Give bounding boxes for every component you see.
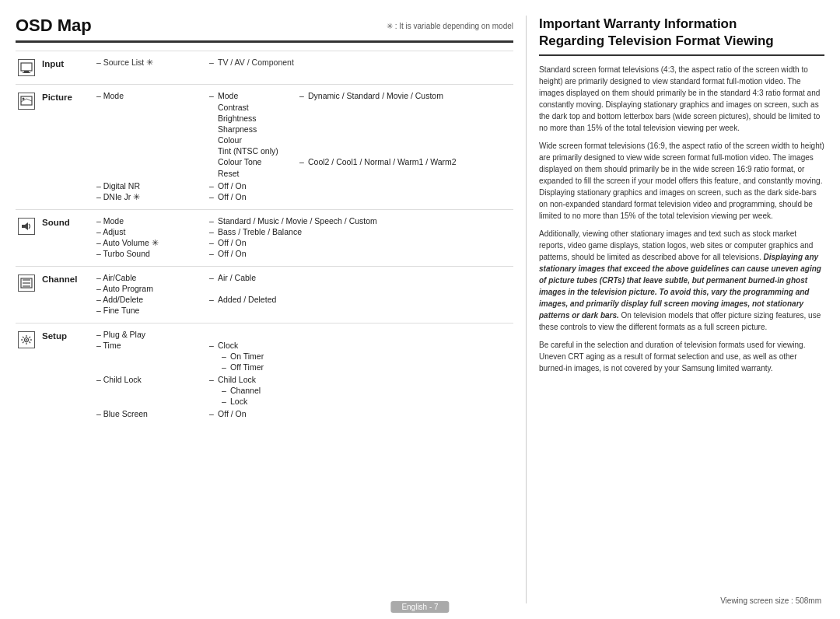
osd-section-sound: Sound – Mode – Standard / Music / Movie … <box>16 209 513 258</box>
svg-point-13 <box>26 339 27 341</box>
svg-line-21 <box>23 341 24 343</box>
warranty-p1: Standard screen format televisions (4:3,… <box>539 64 824 134</box>
osd-table: Input – Source List ✳ – TV / AV / Compon… <box>16 51 513 426</box>
warranty-body: Standard screen format televisions (4:3,… <box>539 64 824 380</box>
input-row-1: – Source List ✳ – TV / AV / Component <box>96 58 513 67</box>
svg-line-19 <box>29 341 30 343</box>
setup-content: – Plug & Play – Time – Clock – On Timer <box>96 330 513 418</box>
warranty-title: Important Warranty InformationRegarding … <box>539 16 824 56</box>
osd-section-channel: Channel – Air/Cable – Air / Cable – Auto… <box>16 266 513 315</box>
svg-rect-0 <box>21 63 32 71</box>
input-content: – Source List ✳ – TV / AV / Component <box>96 58 513 67</box>
footer-page: English - 7 <box>390 601 449 613</box>
sound-content: – Mode – Standard / Music / Movie / Spee… <box>96 216 513 258</box>
osd-section-picture: Picture – Mode – Mode – Dynamic / Standa… <box>16 84 513 201</box>
svg-line-5 <box>26 99 32 101</box>
input-sub-1: – Source List ✳ <box>96 58 205 67</box>
warranty-p4: Be careful in the selection and duration… <box>539 339 824 374</box>
right-panel: Important Warranty InformationRegarding … <box>526 16 824 603</box>
input-val-1: TV / AV / Component <box>218 58 513 67</box>
osd-note: ✳ : It is variable depending on model <box>387 22 513 30</box>
channel-category: Channel <box>42 273 96 284</box>
sound-category: Sound <box>42 216 96 227</box>
left-panel: OSD Map ✳ : It is variable depending on … <box>16 16 513 603</box>
channel-content: – Air/Cable – Air / Cable – Auto Program… <box>96 273 513 315</box>
warranty-p3: Additionally, viewing other stationary i… <box>539 228 824 333</box>
osd-section-setup: Setup – Plug & Play – Time – Clock – O <box>16 323 513 418</box>
footer-size: Viewing screen size : 508mm <box>720 596 821 605</box>
svg-marker-7 <box>22 222 28 230</box>
picture-icon <box>16 93 37 110</box>
osd-title: OSD Map <box>16 16 92 36</box>
setup-icon <box>16 331 37 348</box>
osd-header: OSD Map ✳ : It is variable depending on … <box>16 16 513 43</box>
sound-icon <box>16 218 37 235</box>
input-icon <box>16 59 37 76</box>
sound-adjust-val: Bass / Treble / Balance <box>218 227 302 236</box>
picture-content: – Mode – Mode – Dynamic / Standard / Mov… <box>96 91 513 201</box>
svg-line-18 <box>23 337 24 338</box>
warranty-p2: Wide screen format televisions (16:9, th… <box>539 140 824 222</box>
input-category: Input <box>42 58 96 68</box>
osd-section-input: Input – Source List ✳ – TV / AV / Compon… <box>16 51 513 76</box>
svg-point-6 <box>23 98 25 100</box>
colour-tone-val: Cool2 / Cool1 / Normal / Warm1 / Warm2 <box>308 157 513 166</box>
channel-icon <box>16 275 37 292</box>
svg-line-20 <box>29 337 30 338</box>
picture-category: Picture <box>42 91 96 102</box>
setup-category: Setup <box>42 330 96 341</box>
sound-mode-val: Standard / Music / Movie / Speech / Cust… <box>218 216 377 226</box>
picture-mode-val: Dynamic / Standard / Movie / Custom <box>308 91 513 100</box>
svg-rect-2 <box>23 72 30 73</box>
svg-rect-1 <box>24 71 29 72</box>
